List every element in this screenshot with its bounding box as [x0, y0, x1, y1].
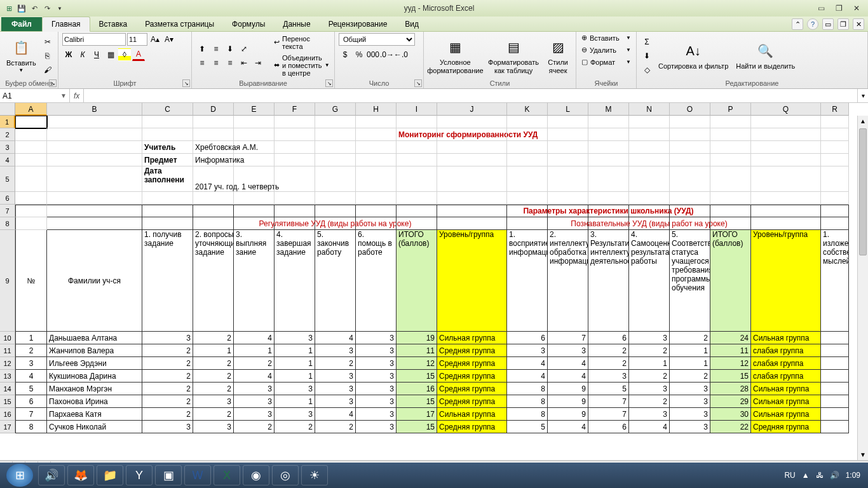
cell-I7[interactable]: [397, 205, 437, 217]
cell-K16[interactable]: 8: [507, 408, 548, 421]
wb-minimize-icon[interactable]: ▭: [822, 18, 834, 30]
cell-C9[interactable]: 1. получив задание: [142, 230, 193, 332]
cell-D4[interactable]: Информатика: [193, 154, 234, 166]
cell-O15[interactable]: 3: [670, 395, 710, 408]
cell-K6[interactable]: [507, 192, 548, 205]
cell-I8[interactable]: [397, 217, 437, 230]
cell-K4[interactable]: [507, 154, 548, 166]
row-header-11[interactable]: 11: [0, 344, 15, 357]
tab-formulas[interactable]: Формулы: [223, 17, 274, 31]
expand-formula-icon[interactable]: ▾: [857, 89, 868, 102]
name-box-input[interactable]: [3, 92, 47, 100]
cell-F7[interactable]: [275, 205, 315, 217]
col-header-R[interactable]: R: [821, 103, 849, 116]
cell-K10[interactable]: 6: [507, 332, 548, 344]
merge-center-button[interactable]: ⬌Объединить и поместить в центре▼: [271, 53, 333, 78]
cell-G7[interactable]: [315, 205, 356, 217]
cell-O10[interactable]: 2: [670, 332, 710, 344]
cell-N3[interactable]: [629, 141, 670, 154]
cell-A15[interactable]: 6: [15, 395, 47, 408]
cell-N13[interactable]: 2: [629, 370, 670, 383]
cell-A6[interactable]: [15, 192, 47, 205]
cell-E3[interactable]: [234, 141, 275, 154]
cell-F3[interactable]: [275, 141, 315, 154]
cell-H3[interactable]: [356, 141, 397, 154]
vscroll-thumb[interactable]: [859, 128, 867, 255]
cell-F14[interactable]: 3: [275, 383, 315, 395]
cell-Q6[interactable]: [751, 192, 821, 205]
cell-L13[interactable]: 4: [548, 370, 588, 383]
tab-layout[interactable]: Разметка страницы: [136, 17, 223, 31]
cell-N15[interactable]: 2: [629, 395, 670, 408]
file-tab[interactable]: Файл: [1, 17, 42, 31]
cell-R10[interactable]: [821, 332, 849, 344]
col-header-O[interactable]: O: [670, 103, 710, 116]
align-right-icon[interactable]: ≡: [224, 57, 236, 69]
cell-K8[interactable]: [507, 217, 548, 230]
currency-icon[interactable]: $: [339, 48, 351, 61]
cell-B2[interactable]: [47, 128, 142, 141]
cell-H11[interactable]: 3: [356, 344, 397, 357]
name-box[interactable]: ▼: [0, 89, 70, 102]
tray-lang[interactable]: RU: [784, 471, 795, 480]
clipboard-dialog-icon[interactable]: ↘: [49, 79, 57, 87]
row-header-7[interactable]: 7: [0, 205, 15, 217]
cell-G16[interactable]: 4: [315, 408, 356, 421]
cell-H10[interactable]: 3: [356, 332, 397, 344]
cell-A16[interactable]: 7: [15, 408, 47, 421]
cell-J4[interactable]: [437, 154, 507, 166]
cell-P13[interactable]: 15: [710, 370, 751, 383]
cut-icon[interactable]: ✂: [41, 36, 54, 48]
outdent-icon[interactable]: ⇤: [238, 57, 250, 69]
cell-Q8[interactable]: [751, 217, 821, 230]
cell-L5[interactable]: [548, 166, 588, 192]
cell-K13[interactable]: 4: [507, 370, 548, 383]
paste-button[interactable]: 📋 Вставить ▼: [4, 36, 39, 75]
cell-R7[interactable]: [821, 205, 849, 217]
cell-G11[interactable]: 3: [315, 344, 356, 357]
cell-R5[interactable]: [821, 166, 849, 192]
name-box-dropdown-icon[interactable]: ▼: [60, 92, 67, 99]
cell-B12[interactable]: Ильгеев Эрдэни: [47, 357, 142, 370]
cell-O12[interactable]: 1: [670, 357, 710, 370]
cell-D15[interactable]: 3: [193, 395, 234, 408]
align-bottom-icon[interactable]: ⬇: [224, 43, 236, 55]
select-all-corner[interactable]: [0, 103, 15, 116]
row-header-8[interactable]: 8: [0, 217, 15, 230]
cell-F2[interactable]: [275, 128, 315, 141]
cell-A14[interactable]: 5: [15, 383, 47, 395]
cell-C11[interactable]: 2: [142, 344, 193, 357]
cell-D1[interactable]: [193, 116, 234, 128]
cell-styles-button[interactable]: ▨Стили ячеек: [544, 36, 572, 75]
cell-D16[interactable]: 2: [193, 408, 234, 421]
cell-R9[interactable]: 1. изложение собственных мыслей: [821, 230, 849, 332]
cell-D13[interactable]: 2: [193, 370, 234, 383]
scroll-up-icon[interactable]: ▲: [858, 116, 868, 126]
wb-restore-icon[interactable]: ❐: [837, 18, 849, 30]
cell-L9[interactable]: 2. интеллектуальная обработка информации: [548, 230, 588, 332]
row-header-17[interactable]: 17: [0, 421, 15, 433]
cell-L15[interactable]: 9: [548, 395, 588, 408]
cell-H13[interactable]: 3: [356, 370, 397, 383]
cell-E1[interactable]: [234, 116, 275, 128]
cell-G9[interactable]: 5. закончив работу: [315, 230, 356, 332]
taskbar-app2-icon[interactable]: ◎: [272, 465, 299, 485]
cell-E7[interactable]: [234, 205, 275, 217]
cell-Q17[interactable]: Средняя группа: [751, 421, 821, 433]
font-size-input[interactable]: [127, 33, 147, 46]
cell-H4[interactable]: [356, 154, 397, 166]
col-header-Q[interactable]: Q: [751, 103, 821, 116]
cell-B17[interactable]: Сучков Николай: [47, 421, 142, 433]
col-header-I[interactable]: I: [397, 103, 437, 116]
cell-I16[interactable]: 17: [397, 408, 437, 421]
cell-H17[interactable]: 3: [356, 421, 397, 433]
cell-C8[interactable]: [142, 217, 193, 230]
cell-E6[interactable]: [234, 192, 275, 205]
cell-G13[interactable]: 3: [315, 370, 356, 383]
align-center-icon[interactable]: ≡: [210, 57, 222, 69]
cell-R3[interactable]: [821, 141, 849, 154]
row-header-10[interactable]: 10: [0, 332, 15, 344]
align-middle-icon[interactable]: ≡: [210, 43, 222, 55]
cell-J16[interactable]: Сильная группа: [437, 408, 507, 421]
font-name-input[interactable]: [62, 33, 126, 46]
